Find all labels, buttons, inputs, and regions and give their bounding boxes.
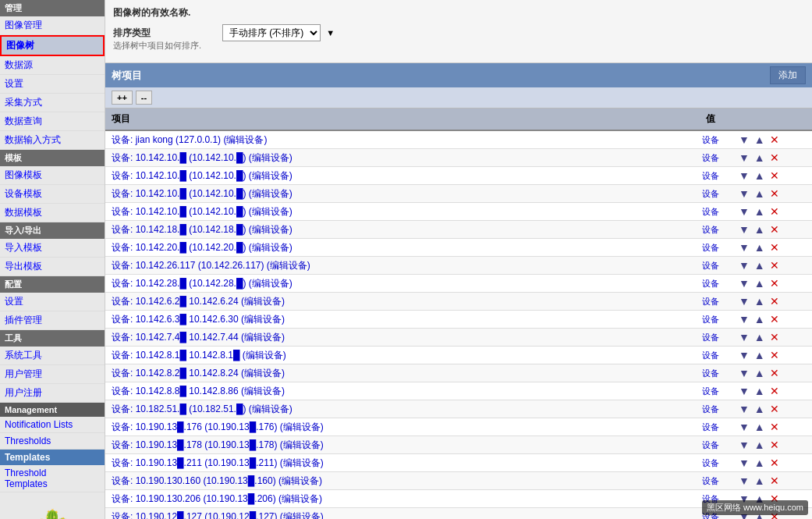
row-link[interactable]: 设备: 10.142.8.2█ 10.142.8.24 (编辑设备) bbox=[112, 368, 285, 379]
move-down-icon[interactable]: ▼ bbox=[737, 312, 751, 326]
sidebar-item-sys-tools[interactable]: 系统工具 bbox=[0, 347, 105, 365]
move-up-icon[interactable]: ▲ bbox=[753, 187, 767, 201]
move-down-icon[interactable]: ▼ bbox=[737, 240, 751, 254]
move-up-icon[interactable]: ▲ bbox=[753, 312, 767, 326]
delete-icon[interactable]: ✕ bbox=[768, 133, 781, 147]
row-value-link[interactable]: 设备 bbox=[702, 422, 719, 432]
row-value-link[interactable]: 设备 bbox=[702, 368, 719, 378]
row-value-link[interactable]: 设备 bbox=[702, 476, 719, 485]
row-link[interactable]: 设备: 10.142.8.1█ 10.142.8.1█ (编辑设备) bbox=[112, 350, 286, 361]
delete-icon[interactable]: ✕ bbox=[768, 438, 781, 452]
move-up-icon[interactable]: ▲ bbox=[753, 402, 767, 416]
row-value-link[interactable]: 设备 bbox=[702, 243, 719, 252]
move-up-icon[interactable]: ▲ bbox=[753, 456, 767, 470]
move-down-icon[interactable]: ▼ bbox=[737, 402, 751, 416]
move-up-icon[interactable]: ▲ bbox=[753, 384, 767, 398]
row-value-link[interactable]: 设备 bbox=[702, 440, 719, 450]
delete-icon[interactable]: ✕ bbox=[768, 366, 781, 380]
row-value-link[interactable]: 设备 bbox=[702, 189, 719, 198]
move-up-icon[interactable]: ▲ bbox=[753, 258, 767, 272]
sidebar-item-settings[interactable]: 设置 bbox=[0, 75, 105, 94]
row-link[interactable]: 设备: 10.190.12█.127 (10.190.12█.127) (编辑设… bbox=[112, 511, 324, 520]
row-value-link[interactable]: 设备 bbox=[702, 171, 719, 180]
form-sort-value[interactable]: 手动排序 (不排序) 字母排序 自然排序 ▼ bbox=[222, 24, 804, 41]
move-up-icon[interactable]: ▲ bbox=[753, 133, 767, 147]
delete-icon[interactable]: ✕ bbox=[768, 258, 781, 272]
row-link[interactable]: 设备: 10.142.28.█ (10.142.28.█) (编辑设备) bbox=[112, 278, 293, 289]
row-link[interactable]: 设备: 10.142.20.█ (10.142.20.█) (编辑设备) bbox=[112, 242, 293, 253]
delete-icon[interactable]: ✕ bbox=[768, 348, 781, 362]
move-down-icon[interactable]: ▼ bbox=[737, 420, 751, 434]
sidebar-item-templates[interactable]: Templates bbox=[0, 450, 105, 465]
move-down-icon[interactable]: ▼ bbox=[737, 348, 751, 362]
row-value-link[interactable]: 设备 bbox=[702, 332, 719, 342]
row-value-link[interactable]: 设备 bbox=[702, 261, 719, 270]
row-value-link[interactable]: 设备 bbox=[702, 225, 719, 234]
move-up-icon[interactable]: ▲ bbox=[753, 420, 767, 434]
move-up-icon[interactable]: ▲ bbox=[753, 222, 767, 236]
move-down-icon[interactable]: ▼ bbox=[737, 204, 751, 219]
delete-icon[interactable]: ✕ bbox=[768, 276, 781, 290]
row-link[interactable]: 设备: 10.142.18.█ (10.142.18.█) (编辑设备) bbox=[112, 224, 293, 235]
sidebar-item-plugins[interactable]: 插件管理 bbox=[0, 311, 105, 330]
delete-icon[interactable]: ✕ bbox=[768, 204, 781, 219]
move-up-icon[interactable]: ▲ bbox=[753, 330, 767, 344]
sidebar-item-data-source[interactable]: 数据源 bbox=[0, 56, 105, 75]
move-up-icon[interactable]: ▲ bbox=[753, 169, 767, 183]
sidebar-item-image-manage[interactable]: 图像管理 bbox=[0, 16, 105, 35]
toolbar-minus-button[interactable]: -- bbox=[136, 91, 152, 105]
sidebar-item-collection[interactable]: 采集方式 bbox=[0, 94, 105, 112]
sidebar-item-notification-lists[interactable]: Notification Lists bbox=[0, 417, 105, 433]
delete-icon[interactable]: ✕ bbox=[768, 474, 781, 488]
add-button[interactable]: 添加 bbox=[770, 66, 806, 84]
row-value-link[interactable]: 设备 bbox=[702, 386, 719, 396]
move-down-icon[interactable]: ▼ bbox=[737, 151, 751, 165]
move-down-icon[interactable]: ▼ bbox=[737, 276, 751, 290]
sidebar-item-export-templates[interactable]: 导出模板 bbox=[0, 258, 105, 276]
move-down-icon[interactable]: ▼ bbox=[737, 187, 751, 201]
sidebar-item-device-templates[interactable]: 设备模板 bbox=[0, 185, 105, 204]
sidebar-item-threshold-templates[interactable]: Threshold Templates bbox=[0, 465, 105, 492]
delete-icon[interactable]: ✕ bbox=[768, 384, 781, 398]
row-value-link[interactable]: 设备 bbox=[702, 458, 719, 467]
row-value-link[interactable]: 设备 bbox=[702, 297, 719, 306]
move-up-icon[interactable]: ▲ bbox=[753, 366, 767, 380]
move-up-icon[interactable]: ▲ bbox=[753, 474, 767, 488]
sidebar-item-data-templates[interactable]: 数据模板 bbox=[0, 204, 105, 222]
delete-icon[interactable]: ✕ bbox=[768, 222, 781, 236]
row-link[interactable]: 设备: 10.190.130.160 (10.190.13█.160) (编辑设… bbox=[112, 475, 322, 486]
row-link[interactable]: 设备: 10.142.10.█ (10.142.10.█) (编辑设备) bbox=[112, 206, 293, 217]
sidebar-item-config-settings[interactable]: 设置 bbox=[0, 293, 105, 311]
move-down-icon[interactable]: ▼ bbox=[737, 474, 751, 488]
row-link[interactable]: 设备: 10.142.6.3█ 10.142.6.30 (编辑设备) bbox=[112, 314, 285, 325]
move-down-icon[interactable]: ▼ bbox=[737, 133, 751, 147]
row-link[interactable]: 设备: 10.190.13█.178 (10.190.13█.178) (编辑设… bbox=[112, 439, 324, 450]
sort-select[interactable]: 手动排序 (不排序) 字母排序 自然排序 bbox=[222, 24, 321, 41]
row-link[interactable]: 设备: 10.190.130.206 (10.190.13█.206) (编辑设… bbox=[112, 493, 322, 504]
row-value-link[interactable]: 设备 bbox=[702, 279, 719, 288]
delete-icon[interactable]: ✕ bbox=[768, 312, 781, 326]
move-down-icon[interactable]: ▼ bbox=[737, 366, 751, 380]
row-link[interactable]: 设备: 10.142.10.█ (10.142.10.█) (编辑设备) bbox=[112, 152, 293, 163]
move-up-icon[interactable]: ▲ bbox=[753, 348, 767, 362]
row-value-link[interactable]: 设备 bbox=[702, 135, 719, 144]
row-value-link[interactable]: 设备 bbox=[702, 350, 719, 360]
move-up-icon[interactable]: ▲ bbox=[753, 204, 767, 219]
sidebar-item-import-templates[interactable]: 导入模板 bbox=[0, 239, 105, 258]
row-value-link[interactable]: 设备 bbox=[702, 153, 719, 162]
row-link[interactable]: 设备: 10.182.51.█ (10.182.51.█) (编辑设备) bbox=[112, 403, 293, 414]
move-down-icon[interactable]: ▼ bbox=[737, 456, 751, 470]
delete-icon[interactable]: ✕ bbox=[768, 402, 781, 416]
row-link[interactable]: 设备: 10.142.10.█ (10.142.10.█) (编辑设备) bbox=[112, 170, 293, 181]
sidebar-item-user-reg[interactable]: 用户注册 bbox=[0, 384, 105, 403]
move-up-icon[interactable]: ▲ bbox=[753, 438, 767, 452]
sidebar-item-image-tree[interactable]: 图像树 bbox=[0, 35, 105, 56]
row-link[interactable]: 设备: jian kong (127.0.0.1) (编辑设备) bbox=[112, 134, 267, 145]
move-down-icon[interactable]: ▼ bbox=[737, 294, 751, 308]
move-down-icon[interactable]: ▼ bbox=[737, 330, 751, 344]
sidebar-item-thresholds[interactable]: Thresholds bbox=[0, 433, 105, 450]
move-down-icon[interactable]: ▼ bbox=[737, 384, 751, 398]
delete-icon[interactable]: ✕ bbox=[768, 169, 781, 183]
delete-icon[interactable]: ✕ bbox=[768, 294, 781, 308]
row-link[interactable]: 设备: 10.142.26.117 (10.142.26.117) (编辑设备) bbox=[112, 260, 310, 271]
